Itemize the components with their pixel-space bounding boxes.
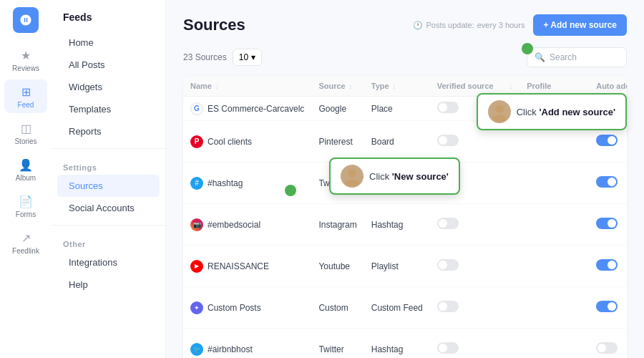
source-name-cell: P Cool clients <box>183 121 311 163</box>
source-name-text: #embedsocial <box>208 220 260 230</box>
source-name-cell: ▶ RENAISSANCE <box>183 246 311 287</box>
feedlink-icon: ↗ <box>18 230 34 246</box>
sidebar-item-stories[interactable]: ◫ Stories <box>4 116 47 150</box>
source-kind-cell: Hashtag <box>364 204 430 246</box>
sidebar-nav-templates[interactable]: Templates <box>57 98 160 120</box>
auto-add-cell <box>589 246 627 287</box>
verified-toggle-cell <box>430 287 501 329</box>
grid-icon: ⊞ <box>18 84 34 100</box>
search-icon: 🔍 <box>535 52 545 62</box>
profile-cell <box>519 287 589 329</box>
sidebar-title: Feeds <box>52 11 165 32</box>
search-placeholder: Search <box>550 52 577 62</box>
toolbar-left: 23 Sources 10 ▾ <box>183 49 262 66</box>
sidebar-nav-reports[interactable]: Reports <box>57 120 160 142</box>
source-kind-cell: Board <box>364 121 430 163</box>
auto-add-toggle[interactable] <box>596 218 618 229</box>
empty-cell <box>501 204 520 246</box>
clock-icon: 🕐 <box>413 21 423 30</box>
sort-icon-source[interactable]: ↕ <box>349 83 353 90</box>
source-type-cell: Custom <box>311 287 364 329</box>
google-icon: G <box>190 102 203 115</box>
source-type-cell: Youtube <box>311 246 364 287</box>
empty-cell <box>501 329 520 359</box>
svg-point-2 <box>495 105 504 113</box>
col-source: Source ↕ <box>311 76 364 97</box>
star-icon: ★ <box>18 47 34 63</box>
sort-icon-type[interactable]: ↕ <box>393 83 396 90</box>
per-page-select[interactable]: 10 ▾ <box>233 49 262 66</box>
source-name-text: ES Commerce-Carcavelc <box>208 104 304 114</box>
verified-toggle[interactable] <box>437 301 459 312</box>
source-name-cell: 🐦 #airbnbhost <box>183 329 311 359</box>
profile-cell <box>519 246 589 287</box>
page-title: Sources <box>183 16 245 34</box>
sidebar-item-forms[interactable]: 📄 Forms <box>4 189 47 223</box>
table-row: ▶ RENAISSANCE Youtube Playlist 14 Dec 20… <box>183 246 627 287</box>
auto-add-toggle[interactable] <box>596 301 618 312</box>
search-box[interactable]: 🔍 Search <box>527 47 627 67</box>
forms-label: Forms <box>16 211 36 218</box>
sidebar-nav-integrations[interactable]: Integrations <box>57 251 160 274</box>
profile-cell <box>519 163 589 204</box>
page-header: Sources 🕐 Posts update: every 3 hours + … <box>183 14 627 36</box>
auto-add-toggle[interactable] <box>596 135 618 146</box>
sidebar-section-other: Other <box>52 231 165 251</box>
verified-toggle[interactable] <box>437 342 459 354</box>
verified-toggle[interactable] <box>437 259 459 271</box>
sort-icon-name[interactable]: ↕ <box>215 83 219 90</box>
sidebar-nav-home[interactable]: Home <box>57 32 160 54</box>
custom-icon: ✦ <box>190 301 203 314</box>
sidebar-item-album[interactable]: 👤 Album <box>4 153 47 186</box>
app-logo[interactable] <box>13 7 39 33</box>
source-type-cell: Twitter <box>311 329 364 359</box>
source-type-cell: Instagram <box>311 204 364 246</box>
sidebar-nav-widgets[interactable]: Widgets <box>57 76 160 98</box>
stories-label: Stories <box>14 137 36 145</box>
sidebar: Feeds Home All Posts Widgets Templates R… <box>52 0 166 358</box>
verified-toggle-cell <box>430 246 501 287</box>
source-type-cell: Pinterest <box>311 121 364 163</box>
sidebar-nav-help[interactable]: Help <box>57 274 160 296</box>
source-name-cell: ✦ Custom Posts <box>183 287 311 329</box>
verified-toggle[interactable] <box>437 135 459 146</box>
chevron-down-icon: ▾ <box>251 52 255 62</box>
posts-update-label: Posts update: <box>426 21 474 29</box>
auto-add-cell <box>589 204 627 246</box>
album-icon: 👤 <box>18 157 34 173</box>
table-toolbar: 23 Sources 10 ▾ 🔍 Search <box>183 47 627 67</box>
icon-bar: ★ Reviews ⊞ Feed ◫ Stories 👤 Album 📄 For… <box>0 0 52 358</box>
sidebar-section-settings: Settings <box>52 155 165 175</box>
source-name-text: #airbnbhost <box>208 344 253 354</box>
feed-label: Feed <box>18 101 34 109</box>
callout-add-source-text: Click 'Add new source' <box>517 107 615 117</box>
auto-add-toggle[interactable] <box>596 176 618 188</box>
source-name-cell: 📷 #embedsocial <box>183 204 311 246</box>
auto-add-toggle[interactable] <box>596 259 618 271</box>
verified-toggle-cell <box>430 329 501 359</box>
per-page-value: 10 <box>239 52 248 62</box>
verified-toggle[interactable] <box>437 102 459 113</box>
col-type: Type ↕ <box>364 76 430 97</box>
sidebar-item-feed[interactable]: ⊞ Feed <box>4 79 47 113</box>
sidebar-item-reviews[interactable]: ★ Reviews <box>4 43 47 77</box>
sources-count: 23 Sources <box>183 52 227 62</box>
profile-cell <box>519 204 589 246</box>
table-row: 🐦 #airbnbhost Twitter Hashtag 31 Oct 202… <box>183 329 627 359</box>
add-source-indicator-dot <box>522 43 533 54</box>
auto-add-cell <box>589 287 627 329</box>
pinterest-icon: P <box>190 135 203 148</box>
add-new-source-button[interactable]: + Add new source <box>533 14 627 36</box>
svg-point-0 <box>348 169 356 178</box>
sidebar-nav-social-accounts[interactable]: Social Accounts <box>57 197 160 219</box>
verified-toggle[interactable] <box>437 218 459 229</box>
twitter-hashtag-icon: # <box>190 177 203 190</box>
sidebar-item-feedlink[interactable]: ↗ Feedlink <box>4 226 47 259</box>
col-name: Name ↕ <box>183 76 311 97</box>
verified-toggle-cell <box>430 204 501 246</box>
auto-add-toggle[interactable] <box>596 342 618 354</box>
sidebar-nav-allposts[interactable]: All Posts <box>57 54 160 76</box>
sort-icon-verified[interactable]: ↕ <box>509 83 513 90</box>
callout-add-source: Click 'Add new source' <box>477 93 627 130</box>
sidebar-nav-sources[interactable]: Sources <box>57 175 160 197</box>
